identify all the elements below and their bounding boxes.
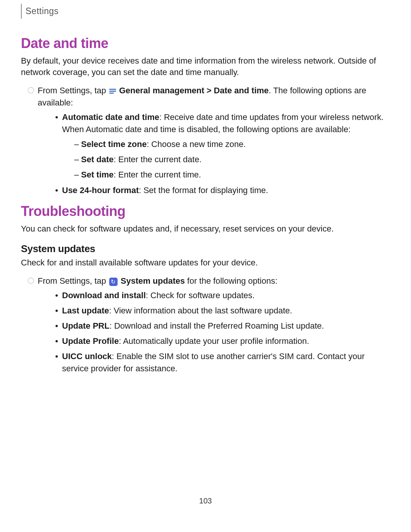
item-text: : Automatically update your user profile…: [119, 336, 309, 346]
item-text: : Enter the current date.: [114, 155, 202, 164]
step-prefix: From Settings, tap: [38, 86, 108, 95]
step-bullet-icon: [28, 278, 34, 284]
bullets-date-and-time: Automatic date and time: Receive date an…: [21, 111, 390, 197]
item-label: Set date: [81, 155, 114, 164]
list-item: UICC unlock: Enable the SIM slot to use …: [55, 350, 390, 375]
step-text: From Settings, tap General management > …: [38, 85, 390, 109]
breadcrumb: Settings: [21, 4, 64, 19]
item-label: Set time: [81, 170, 114, 179]
list-item: Update Profile: Automatically update you…: [55, 335, 390, 347]
list-item: Use 24-hour format: Set the format for d…: [55, 184, 390, 197]
list-item: Set date: Enter the current date.: [74, 153, 390, 166]
system-updates-icon: ↻: [109, 278, 118, 286]
step-bold-su: System updates: [121, 276, 185, 286]
intro-system-updates: Check for and install available software…: [21, 257, 390, 268]
step-bullet-icon: [28, 87, 34, 93]
step-date-and-time: From Settings, tap General management > …: [21, 85, 390, 109]
item-label: Download and install: [62, 291, 146, 300]
item-label: Automatic date and time: [62, 112, 159, 122]
item-label: Use 24-hour format: [62, 185, 139, 195]
document-page: Settings Date and time By default, your …: [0, 0, 411, 521]
item-label: UICC unlock: [62, 351, 112, 361]
bullets-system-updates: Download and install: Check for software…: [21, 289, 390, 374]
step-system-updates: From Settings, tap ↻ System updates for …: [21, 275, 390, 287]
page-number: 103: [21, 497, 390, 505]
intro-troubleshooting: You can check for software updates and, …: [21, 223, 390, 235]
list-item: Select time zone: Choose a new time zone…: [74, 138, 390, 151]
list-item: Update PRL: Download and install the Pre…: [55, 320, 390, 332]
step-prefix: From Settings, tap: [38, 276, 108, 286]
intro-date-and-time: By default, your device receives date an…: [21, 55, 390, 78]
item-text: : Download and install the Preferred Roa…: [110, 321, 324, 331]
step-text: From Settings, tap ↻ System updates for …: [38, 275, 390, 287]
list-item: Download and install: Check for software…: [55, 289, 390, 302]
step-bold-gm: General management: [119, 86, 204, 95]
general-management-icon: [109, 88, 116, 94]
list-item: Last update: View information about the …: [55, 305, 390, 317]
list-item: Automatic date and time: Receive date an…: [55, 111, 390, 181]
step-sep: >: [204, 86, 214, 95]
item-text: : View information about the last softwa…: [109, 306, 292, 315]
subheading-system-updates: System updates: [21, 243, 390, 255]
item-text: : Enter the current time.: [114, 170, 201, 179]
item-text: : Choose a new time zone.: [147, 139, 245, 149]
heading-troubleshooting: Troubleshooting: [21, 203, 390, 219]
step-bold-dt: Date and time: [214, 86, 269, 95]
item-label: Update Profile: [62, 336, 119, 346]
item-label: Select time zone: [81, 139, 147, 149]
item-text: : Set the format for displaying time.: [139, 185, 268, 195]
step-suffix: for the following options:: [185, 276, 277, 286]
item-label: Last update: [62, 306, 109, 315]
item-label: Update PRL: [62, 321, 110, 331]
list-item: Set time: Enter the current time.: [74, 168, 390, 181]
item-text: : Check for software updates.: [146, 291, 255, 300]
heading-date-and-time: Date and time: [21, 35, 390, 51]
sub-dashes: Select time zone: Choose a new time zone…: [62, 138, 390, 181]
